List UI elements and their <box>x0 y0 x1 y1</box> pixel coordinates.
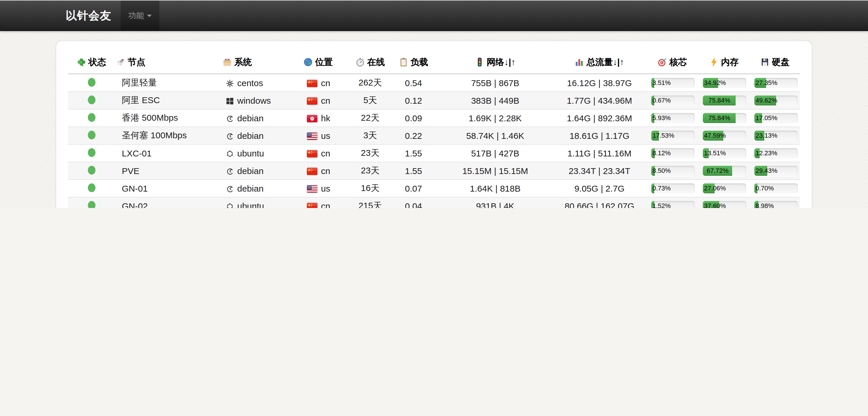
column-header-card-index: 系统 <box>221 53 302 74</box>
total-traffic: 23.34T | 23.34T <box>569 166 630 176</box>
server-row[interactable]: GN-01debianus16天0.071.64K | 818B9.05G | … <box>68 180 800 197</box>
hdd-usage-label: 12.23% <box>755 148 777 158</box>
column-header-lightning: 内存 <box>698 53 750 74</box>
bar-chart-icon <box>575 57 584 67</box>
os-name: ubuntu <box>237 201 264 208</box>
server-name: GN-01 <box>122 183 148 194</box>
dart-icon <box>658 57 667 67</box>
ram-usage-bar: 67.72% <box>703 166 746 176</box>
cpu-usage-label: 17.53% <box>652 131 675 141</box>
column-header-label: 在线 <box>367 57 385 67</box>
column-header-rocket: 节点 <box>115 53 221 74</box>
uptime: 22天 <box>361 113 379 122</box>
lightning-icon <box>709 57 719 67</box>
status-online-dot <box>88 78 95 86</box>
ram-usage-bar: 47.59% <box>703 131 746 141</box>
column-header-label: 位置 <box>315 57 333 67</box>
status-online-dot <box>88 148 95 157</box>
column-header-stopwatch: 在线 <box>351 53 389 74</box>
network-speed: 931B | 4K <box>476 201 514 208</box>
status-online-dot <box>88 130 95 139</box>
total-traffic: 16.12G | 38.97G <box>567 78 632 88</box>
server-name: 圣何塞 100Mbps <box>122 130 187 140</box>
server-row[interactable]: 阿里 ESCwindowscn5天0.12383B | 449B1.77G | … <box>68 92 800 109</box>
centos-os-icon <box>226 79 234 87</box>
ram-usage-label: 34.92% <box>704 78 726 88</box>
load-average: 0.12 <box>405 95 422 106</box>
column-header-label: 网络↓|↑ <box>487 57 516 67</box>
features-dropdown[interactable]: 功能 <box>121 1 159 30</box>
server-name: PVE <box>122 166 140 176</box>
server-row[interactable]: 阿里轻量centoscn262天0.54755B | 867B16.12G | … <box>68 74 800 92</box>
brand-link[interactable]: 以针会友 <box>66 1 111 30</box>
hdd-usage-bar: 8.98% <box>754 201 798 208</box>
ram-usage-bar: 75.84% <box>703 95 746 106</box>
load-average: 1.55 <box>405 166 422 176</box>
server-name: GN-02 <box>122 201 148 208</box>
cpu-usage-bar: 1.52% <box>651 201 694 208</box>
server-row[interactable]: 香港 500Mbpsdebianhk22天0.091.69K | 2.28K1.… <box>68 109 800 127</box>
features-dropdown-label: 功能 <box>128 10 144 21</box>
rocket-icon <box>116 57 125 67</box>
server-name: 阿里轻量 <box>122 77 157 87</box>
column-header-label: 硬盘 <box>772 57 789 67</box>
os-name: centos <box>237 78 263 88</box>
column-header-label: 总流量↓|↑ <box>587 57 624 67</box>
column-header-floppy: 硬盘 <box>750 53 800 74</box>
server-row[interactable]: PVEdebiancn23天1.5515.15M | 15.15M23.34T … <box>68 162 800 180</box>
ram-usage-label: 75.84% <box>708 113 731 123</box>
server-table: 状态节点系统位置在线负载网络↓|↑总流量↓|↑核芯内存硬盘 阿里轻量centos… <box>68 53 800 208</box>
uptime: 262天 <box>359 77 382 87</box>
uptime: 3天 <box>364 130 377 140</box>
hdd-usage-bar: 27.35% <box>754 78 798 88</box>
status-online-dot <box>88 166 95 174</box>
cpu-usage-label: 8.50% <box>652 166 671 176</box>
cpu-usage-bar: 17.53% <box>651 131 694 141</box>
location-code: hk <box>321 113 330 123</box>
cn-flag-icon <box>307 80 317 87</box>
load-average: 0.22 <box>405 131 422 141</box>
status-online-dot <box>88 95 95 104</box>
debian-os-icon <box>226 184 234 192</box>
clipboard-icon <box>399 57 408 67</box>
hk-flag-icon <box>307 115 317 122</box>
network-speed: 1.64K | 818B <box>470 183 521 194</box>
ram-usage-label: 13.51% <box>704 148 726 158</box>
os-name: debian <box>237 166 264 176</box>
server-name: 香港 500Mbps <box>122 113 178 122</box>
uptime: 16天 <box>361 183 379 193</box>
os-name: debian <box>237 131 264 141</box>
location-code: cn <box>321 95 330 106</box>
os-name: debian <box>237 183 264 194</box>
server-row[interactable]: LXC-01ubuntucn23天1.55517B | 427B1.11G | … <box>68 144 800 162</box>
ram-usage-label: 27.06% <box>704 183 726 194</box>
ram-usage-label: 67.72% <box>707 166 728 176</box>
traffic-light-icon <box>475 57 484 67</box>
location-code: us <box>321 183 330 194</box>
hdd-usage-bar: 0.70% <box>754 183 798 194</box>
network-speed: 383B | 449B <box>471 95 520 106</box>
hdd-usage-bar: 49.62% <box>754 95 798 106</box>
ram-usage-bar: 27.06% <box>703 183 746 194</box>
hdd-usage-label: 23.13% <box>755 131 777 141</box>
column-header-traffic-light: 网络↓|↑ <box>438 53 552 74</box>
server-row[interactable]: 圣何塞 100Mbpsdebianus3天0.2258.74K | 1.46K1… <box>68 127 800 144</box>
ubuntu-os-icon <box>226 149 234 157</box>
column-header-label: 状态 <box>88 57 106 67</box>
hdd-usage-label: 0.70% <box>755 183 774 194</box>
os-name: debian <box>237 113 264 123</box>
uptime: 23天 <box>361 165 379 175</box>
network-speed: 1.69K | 2.28K <box>469 113 522 123</box>
column-header-label: 节点 <box>128 57 145 67</box>
column-header-label: 核芯 <box>670 57 687 67</box>
cpu-usage-label: 0.73% <box>652 183 671 194</box>
ram-usage-bar: 37.60% <box>703 201 746 208</box>
card-index-icon <box>223 57 232 67</box>
load-average: 0.09 <box>405 113 422 123</box>
server-name: LXC-01 <box>122 148 152 158</box>
column-header-label: 内存 <box>721 57 739 67</box>
cpu-usage-bar: 5.93% <box>651 113 694 123</box>
ram-usage-bar: 13.51% <box>703 148 746 158</box>
debian-os-icon <box>226 132 234 140</box>
server-row[interactable]: GN-02ubuntucn215天0.04931B | 4K80.66G | 1… <box>68 197 800 208</box>
